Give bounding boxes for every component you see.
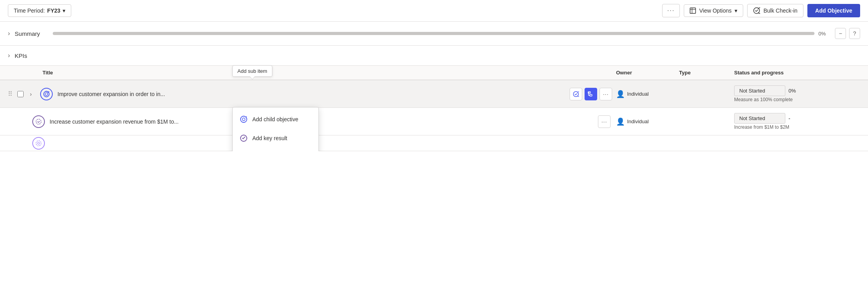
progress-pct: 0% bbox=[818, 31, 830, 37]
view-options-button[interactable]: View Options ▾ bbox=[684, 4, 743, 17]
row3-icon-cell bbox=[31, 136, 46, 150]
row-title-area: Improve customer expansion in order to i… bbox=[57, 91, 570, 97]
row2-status-badge[interactable]: Not Started bbox=[734, 113, 785, 124]
svg-point-18 bbox=[36, 141, 41, 146]
summary-actions: − ? bbox=[835, 28, 860, 39]
table-icon bbox=[690, 7, 696, 14]
summary-section: › Summary 0% − ? bbox=[0, 22, 868, 46]
dropdown-menu: Add child objective Add key result bbox=[232, 107, 319, 151]
kr-icon bbox=[32, 115, 45, 128]
view-options-label: View Options bbox=[699, 7, 731, 14]
table-header: Title Owner Type Status and progress bbox=[0, 66, 868, 80]
row-actions: ··· bbox=[570, 88, 612, 100]
title-col-header: Title bbox=[39, 70, 616, 76]
more-button[interactable]: ··· bbox=[662, 4, 680, 17]
row2-status-note: Increase from $1M to $2M bbox=[734, 124, 860, 130]
kpis-section: › KPIs bbox=[0, 46, 868, 66]
bulk-checkin-label: Bulk Check-in bbox=[763, 7, 797, 14]
chevron-down-icon: ▾ bbox=[735, 7, 737, 14]
add-sub-item-button[interactable] bbox=[585, 88, 597, 100]
summary-help-button[interactable]: ? bbox=[849, 28, 860, 39]
objective-icon-cell bbox=[39, 87, 54, 101]
row2-owner-icon: 👤 bbox=[616, 117, 625, 126]
add-child-objective-label: Add child objective bbox=[252, 116, 298, 122]
row2-more-button[interactable]: ··· bbox=[598, 115, 611, 128]
add-sub-item-tooltip: Add sub item bbox=[232, 65, 272, 77]
table-row: ⠿ › Improve customer expansion in order … bbox=[0, 80, 868, 108]
status-badge[interactable]: Not Started bbox=[734, 85, 785, 96]
table-row bbox=[0, 135, 868, 151]
row-title-text: Improve customer expansion in order to i… bbox=[57, 91, 223, 97]
svg-rect-8 bbox=[590, 94, 592, 96]
add-project-item[interactable]: Add project bbox=[233, 148, 318, 151]
owner-person-icon: 👤 bbox=[616, 90, 625, 98]
summary-minus-button[interactable]: − bbox=[835, 28, 846, 39]
checkin-action-button[interactable] bbox=[570, 88, 582, 100]
summary-progress-bar: 0% bbox=[53, 31, 830, 37]
type-col-header: Type bbox=[679, 70, 734, 76]
svg-rect-0 bbox=[690, 8, 696, 13]
row2-owner-text: Individual bbox=[627, 119, 649, 124]
drag-handle-icon[interactable]: ⠿ bbox=[8, 90, 17, 98]
owner-col-header: Owner bbox=[616, 70, 679, 76]
svg-point-19 bbox=[38, 142, 40, 144]
checkin-icon bbox=[753, 7, 760, 14]
row2-status-cell: Not Started - Increase from $1M to $2M bbox=[734, 113, 860, 130]
row-status-cell: Not Started 0% Measure as 100% complete bbox=[734, 85, 860, 102]
row-more-button[interactable]: ··· bbox=[600, 88, 612, 100]
row2-status-dash: - bbox=[788, 115, 790, 122]
add-objective-label: Add Objective bbox=[815, 7, 852, 14]
row-owner-cell: 👤 Individual bbox=[616, 90, 679, 98]
bulk-checkin-button[interactable]: Bulk Check-in bbox=[747, 4, 803, 17]
time-period-button[interactable]: Time Period: FY23 ▾ bbox=[8, 4, 71, 17]
summary-expand-icon[interactable]: › bbox=[8, 30, 10, 37]
summary-label: Summary bbox=[15, 30, 40, 37]
owner-type-text: Individual bbox=[627, 91, 649, 97]
status-col-header: Status and progress bbox=[734, 70, 860, 76]
row2-title-text: Increase customer expansion revenue from… bbox=[50, 119, 215, 125]
add-child-objective-item[interactable]: Add child objective bbox=[233, 110, 318, 129]
objective-icon bbox=[40, 88, 53, 100]
progress-track bbox=[53, 32, 814, 35]
row-checkbox-cell bbox=[17, 91, 30, 97]
add-key-result-item[interactable]: Add key result bbox=[233, 129, 318, 148]
add-key-result-label: Add key result bbox=[252, 135, 287, 141]
toolbar: Time Period: FY23 ▾ ··· View Options ▾ B… bbox=[0, 0, 868, 22]
key-result-icon bbox=[239, 133, 248, 143]
svg-point-10 bbox=[242, 118, 245, 121]
chevron-down-icon: ▾ bbox=[63, 7, 65, 14]
row-expand-icon[interactable]: › bbox=[30, 91, 39, 97]
table-row: Increase customer expansion revenue from… bbox=[0, 108, 868, 135]
status-note: Measure as 100% complete bbox=[734, 97, 860, 102]
tooltip-text: Add sub item bbox=[237, 68, 267, 74]
kpis-label: KPIs bbox=[15, 52, 27, 59]
status-pct: 0% bbox=[788, 88, 796, 94]
kpis-expand-icon[interactable]: › bbox=[8, 52, 10, 59]
row3-icon bbox=[32, 137, 45, 150]
row2-owner-cell: 👤 Individual bbox=[616, 117, 679, 126]
svg-point-17 bbox=[36, 119, 41, 124]
time-period-label: Time Period: bbox=[14, 7, 45, 14]
time-period-value: FY23 bbox=[47, 7, 60, 14]
add-objective-button[interactable]: Add Objective bbox=[807, 4, 860, 17]
kr-icon-cell bbox=[31, 115, 46, 129]
row-checkbox[interactable] bbox=[17, 91, 24, 97]
more-icon: ··· bbox=[667, 7, 675, 14]
row2-status-row: Not Started - bbox=[734, 113, 860, 124]
child-objective-icon bbox=[239, 115, 248, 124]
status-row: Not Started 0% bbox=[734, 85, 860, 96]
svg-point-5 bbox=[45, 93, 48, 95]
